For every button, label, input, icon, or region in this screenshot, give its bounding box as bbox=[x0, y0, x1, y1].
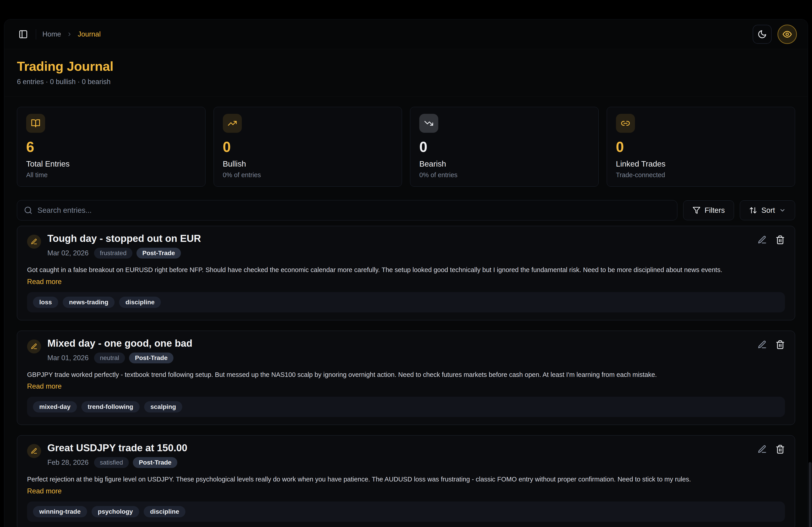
breadcrumb-current: Journal bbox=[78, 30, 101, 38]
eye-icon bbox=[782, 29, 792, 39]
mood-badge: frustrated bbox=[94, 248, 132, 258]
page-subtitle: 6 entries · 0 bullish · 0 bearish bbox=[17, 78, 795, 86]
search-box bbox=[17, 200, 677, 221]
viewport: Home Journal T bbox=[0, 0, 812, 527]
edit-entry-button[interactable] bbox=[757, 340, 767, 349]
sidebar-toggle-button[interactable] bbox=[17, 28, 30, 41]
filters-label: Filters bbox=[705, 206, 725, 215]
scrollbar[interactable] bbox=[809, 462, 812, 527]
tag-pill: winning-trade bbox=[33, 506, 87, 517]
pen-icon bbox=[27, 235, 41, 249]
mood-badge: satisfied bbox=[94, 457, 129, 468]
edit-entry-button[interactable] bbox=[757, 445, 767, 454]
entry-meta: Mar 02, 2026 frustrated Post-Trade bbox=[47, 248, 201, 258]
entry-date: Mar 01, 2026 bbox=[47, 354, 89, 362]
entry-type-badge: Post-Trade bbox=[129, 352, 173, 363]
entry-body: Perfect rejection at the big figure leve… bbox=[27, 475, 785, 484]
book-open-icon bbox=[26, 114, 45, 133]
stat-card-bearish: 0 Bearish 0% of entries bbox=[410, 107, 599, 187]
entry-title: Tough day - stopped out on EUR bbox=[47, 233, 201, 244]
entry-tags: loss news-trading discipline bbox=[27, 292, 785, 312]
topbar-actions bbox=[753, 25, 797, 44]
tag-pill: mixed-day bbox=[33, 401, 77, 412]
chevron-down-icon bbox=[779, 207, 786, 214]
entry-heading: Great USDJPY trade at 150.00 Feb 28, 202… bbox=[47, 442, 187, 468]
entry-date: Mar 02, 2026 bbox=[47, 249, 89, 257]
entry-title: Mixed day - one good, one bad bbox=[47, 338, 192, 349]
entry-header: Tough day - stopped out on EUR Mar 02, 2… bbox=[27, 233, 785, 258]
stat-value: 0 bbox=[616, 139, 786, 155]
topbar: Home Journal bbox=[4, 19, 808, 49]
entry-tags: winning-trade psychology discipline bbox=[27, 501, 785, 522]
moon-icon bbox=[757, 30, 767, 39]
stat-label: Bullish bbox=[223, 160, 393, 168]
page-title: Trading Journal bbox=[17, 59, 795, 74]
breadcrumb-home[interactable]: Home bbox=[42, 30, 61, 38]
tag-pill: psychology bbox=[91, 506, 140, 517]
link-icon bbox=[616, 114, 635, 133]
trending-up-icon bbox=[223, 114, 242, 133]
entry-heading: Tough day - stopped out on EUR Mar 02, 2… bbox=[47, 233, 201, 258]
sort-label: Sort bbox=[761, 206, 775, 215]
search-icon bbox=[24, 206, 32, 215]
read-more-link[interactable]: Read more bbox=[27, 487, 61, 495]
tag-pill: discipline bbox=[144, 506, 185, 517]
entry-title: Great USDJPY trade at 150.00 bbox=[47, 442, 187, 453]
entry-heading: Mixed day - one good, one bad Mar 01, 20… bbox=[47, 338, 192, 363]
entry-tags: mixed-day trend-following scalping bbox=[27, 397, 785, 417]
panel-left-icon bbox=[18, 30, 28, 39]
stat-card-total-entries: 6 Total Entries All time bbox=[17, 107, 205, 187]
sort-button[interactable]: Sort bbox=[740, 200, 795, 220]
stat-label: Total Entries bbox=[26, 160, 196, 168]
entry-actions bbox=[757, 442, 785, 454]
entry-meta: Mar 01, 2026 neutral Post-Trade bbox=[47, 352, 192, 363]
tag-pill: trend-following bbox=[82, 401, 140, 412]
entry-type-badge: Post-Trade bbox=[136, 248, 181, 258]
trending-down-icon bbox=[419, 114, 438, 133]
tag-pill: loss bbox=[33, 297, 58, 308]
stat-sublabel: Trade-connected bbox=[616, 171, 786, 179]
edit-icon bbox=[757, 235, 767, 244]
toolbar: Filters Sort bbox=[4, 200, 808, 221]
entry-date: Feb 28, 2026 bbox=[47, 458, 89, 467]
trash-icon bbox=[775, 445, 785, 454]
journal-entry-card: Tough day - stopped out on EUR Mar 02, 2… bbox=[17, 226, 795, 320]
delete-entry-button[interactable] bbox=[775, 445, 785, 454]
journal-entries-list: Tough day - stopped out on EUR Mar 02, 2… bbox=[4, 226, 808, 527]
entry-body: GBPJPY trade worked perfectly - textbook… bbox=[27, 370, 785, 379]
entry-header: Mixed day - one good, one bad Mar 01, 20… bbox=[27, 338, 785, 363]
app-panel: Home Journal T bbox=[4, 19, 808, 527]
chevron-right-icon bbox=[67, 31, 72, 37]
filters-button[interactable]: Filters bbox=[683, 200, 734, 220]
breadcrumb: Home Journal bbox=[42, 30, 101, 38]
trash-icon bbox=[775, 340, 785, 349]
delete-entry-button[interactable] bbox=[775, 235, 785, 244]
stat-sublabel: 0% of entries bbox=[223, 171, 393, 179]
visibility-toggle-button[interactable] bbox=[778, 25, 797, 44]
pen-icon bbox=[27, 340, 41, 353]
tag-pill: news-trading bbox=[63, 297, 115, 308]
mood-badge: neutral bbox=[94, 352, 125, 363]
edit-entry-button[interactable] bbox=[757, 235, 767, 244]
edit-icon bbox=[757, 445, 767, 454]
read-more-link[interactable]: Read more bbox=[27, 382, 61, 390]
journal-entry-card: Mixed day - one good, one bad Mar 01, 20… bbox=[17, 331, 795, 425]
stats-grid: 6 Total Entries All time 0 Bullish 0% of… bbox=[4, 96, 808, 187]
entry-type-badge: Post-Trade bbox=[133, 457, 177, 468]
edit-icon bbox=[757, 340, 767, 349]
entry-body: Got caught in a false breakout on EURUSD… bbox=[27, 265, 785, 274]
entry-meta: Feb 28, 2026 satisfied Post-Trade bbox=[47, 457, 187, 468]
entry-actions bbox=[757, 233, 785, 244]
topbar-divider bbox=[36, 29, 36, 40]
filter-icon bbox=[693, 206, 700, 214]
search-input[interactable] bbox=[38, 206, 670, 215]
stat-label: Bearish bbox=[419, 160, 589, 168]
journal-entry-card: Great USDJPY trade at 150.00 Feb 28, 202… bbox=[17, 435, 795, 527]
read-more-link[interactable]: Read more bbox=[27, 278, 61, 286]
tag-pill: discipline bbox=[119, 297, 161, 308]
entry-actions bbox=[757, 338, 785, 349]
delete-entry-button[interactable] bbox=[775, 340, 785, 349]
stat-value: 0 bbox=[223, 139, 393, 155]
theme-toggle-button[interactable] bbox=[753, 25, 772, 44]
stat-sublabel: 0% of entries bbox=[419, 171, 589, 179]
